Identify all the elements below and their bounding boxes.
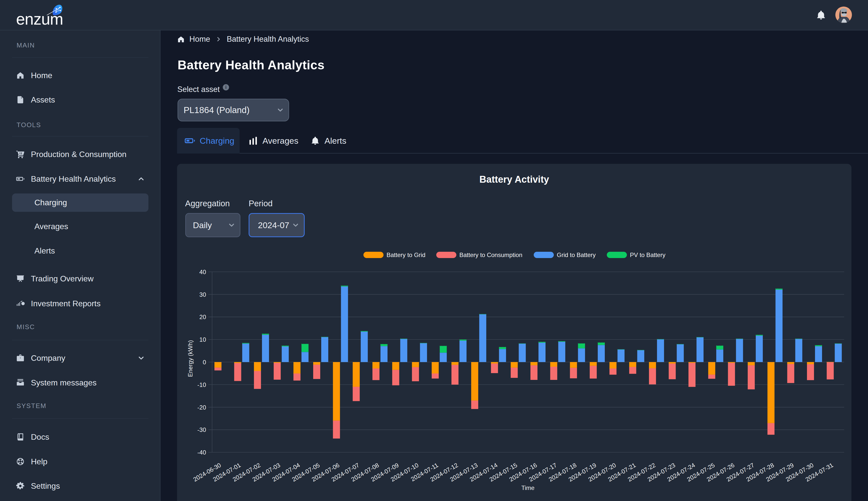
svg-text:10: 10 — [199, 336, 206, 343]
svg-text:-10: -10 — [197, 381, 206, 388]
svg-text:-30: -30 — [197, 426, 206, 433]
svg-text:20: 20 — [199, 313, 206, 320]
svg-text:Time: Time — [521, 484, 534, 491]
svg-text:Energy (kWh): Energy (kWh) — [187, 340, 194, 377]
svg-text:-40: -40 — [197, 449, 206, 456]
svg-text:40: 40 — [199, 269, 206, 275]
svg-text:0: 0 — [203, 359, 206, 365]
svg-text:30: 30 — [199, 291, 206, 298]
svg-text:-20: -20 — [197, 404, 206, 411]
